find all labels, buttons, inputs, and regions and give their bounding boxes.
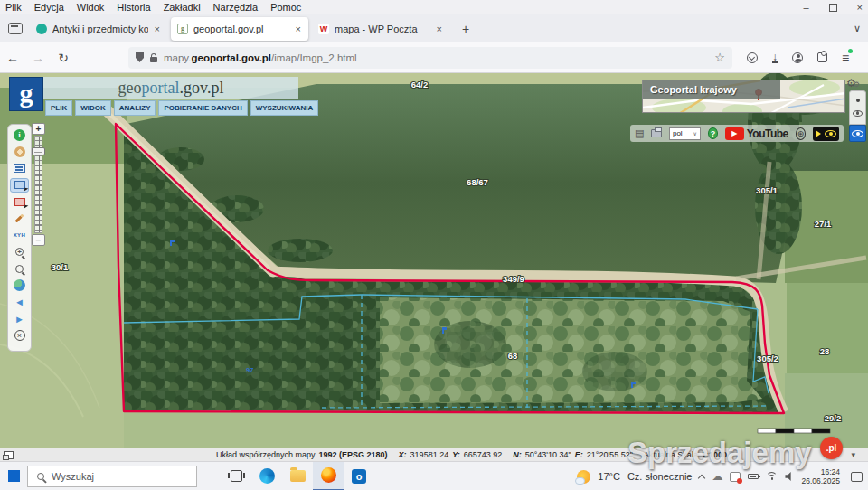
task-view-button[interactable] [221, 462, 251, 490]
zoom-out-tool-button[interactable]: − [10, 261, 29, 276]
tab-geoportal[interactable]: g geoportal.gov.pl × [171, 17, 308, 41]
coordinates-button[interactable]: XYH [10, 228, 29, 242]
globe-wheel-icon[interactable]: ⊛ [796, 127, 807, 140]
identify-tool-button[interactable] [10, 145, 29, 159]
window-maximize-button[interactable] [829, 4, 837, 12]
zoom-in-button[interactable]: + [32, 123, 45, 135]
visibility-toggle-button[interactable] [813, 127, 839, 141]
dot-icon[interactable] [856, 99, 860, 102]
menu-zakladki[interactable]: Zakładki [164, 2, 201, 13]
onedrive-icon[interactable]: ☁ [712, 471, 722, 482]
notification-center-icon[interactable] [851, 472, 863, 482]
weather-condition[interactable]: Cz. słonecznie [627, 471, 693, 482]
menu-edycja[interactable]: Edycja [34, 2, 64, 13]
statusbar-window-icon[interactable] [4, 451, 14, 459]
menu-wyszukiwania-button[interactable]: WYSZUKIWANIA [250, 100, 319, 116]
back-button[interactable]: ← [0, 51, 25, 65]
firefox-view-icon[interactable] [8, 23, 23, 34]
firefox-button[interactable] [313, 462, 344, 490]
print-icon[interactable] [651, 129, 662, 137]
forward-button[interactable]: → [25, 51, 51, 65]
outlook-button[interactable]: o [344, 462, 374, 490]
new-tab-button[interactable]: + [453, 22, 478, 36]
title-gov: .gov.pl [180, 79, 224, 98]
statusbar-dropdown-icon[interactable]: ▾ [851, 450, 855, 459]
info-tool-button[interactable]: i [10, 127, 29, 142]
parcel-label: 349/9 [503, 274, 524, 284]
parcel-label: 305/1 [756, 185, 778, 195]
battery-icon[interactable] [748, 474, 759, 479]
eye-small-icon[interactable] [853, 110, 863, 117]
menu-analizy-button[interactable]: ANALIZY [114, 100, 156, 116]
app-notification-icon[interactable] [730, 472, 741, 482]
account-icon[interactable] [792, 52, 803, 63]
arrow-right-icon: ► [14, 314, 24, 325]
zoom-slider-handle[interactable] [32, 147, 45, 155]
legend-icon[interactable]: ▤ [635, 127, 644, 139]
tab-wp-poczta[interactable]: W mapa - WP Poczta × [312, 17, 449, 41]
window-close-button[interactable]: × [857, 2, 863, 13]
pocket-icon[interactable] [747, 52, 758, 63]
bookmark-star-icon[interactable]: ☆ [714, 51, 725, 64]
menu-narzedzia[interactable]: Narzędzia [213, 2, 259, 13]
help-icon[interactable]: ? [708, 127, 718, 139]
list-all-tabs-icon[interactable]: ∨ [854, 23, 861, 34]
window-minimize-button[interactable]: – [803, 2, 808, 13]
start-button[interactable] [0, 462, 27, 490]
taskbar-clock[interactable]: 16:24 26.06.2025 [801, 467, 840, 485]
zoom-in-tool-button[interactable]: + [10, 245, 29, 259]
youtube-button[interactable]: ▶ YouTube [725, 127, 788, 140]
menu-plik[interactable]: Plik [5, 2, 22, 13]
file-explorer-button[interactable] [282, 462, 313, 490]
volume-icon[interactable] [785, 472, 794, 481]
url-text[interactable]: mapy.geoportal.gov.pl/imap/Imgp_2.html [164, 52, 708, 63]
select-area-button[interactable] [10, 178, 29, 193]
tracking-protection-shield-icon[interactable] [136, 52, 144, 62]
next-view-button[interactable]: ► [10, 312, 29, 326]
full-extent-button[interactable] [10, 278, 29, 293]
menu-pomoc[interactable]: Pomoc [270, 2, 301, 13]
menu-widok[interactable]: Widok [77, 2, 105, 13]
language-select[interactable]: pol∨ [669, 127, 701, 140]
reload-button[interactable]: ↻ [51, 51, 76, 65]
parcel-label: 64/2 [411, 80, 429, 90]
geoportal-logo[interactable]: g [9, 77, 43, 111]
wifi-icon[interactable] [766, 472, 778, 481]
downloads-icon[interactable]: ↓ [772, 52, 778, 63]
edge-button[interactable] [251, 462, 282, 490]
draw-measure-button[interactable] [10, 212, 29, 226]
crs-value: 1992 (EPSG 2180) [319, 450, 388, 459]
taskbar-search-input[interactable]: Wyszukaj [27, 466, 197, 487]
url-subdomain: mapy. [164, 52, 191, 63]
tab-antyki[interactable]: Antyki i przedmioty kolekcjone × [30, 17, 167, 41]
select-area-icon [14, 181, 25, 189]
language-value: pol [673, 129, 683, 137]
previous-view-button[interactable]: ◄ [10, 295, 29, 309]
menu-plik-button[interactable]: PLIK [45, 100, 72, 116]
attribute-table-button[interactable] [10, 161, 29, 175]
url-bar[interactable]: mapy.geoportal.gov.pl/imap/Imgp_2.html ☆ [128, 47, 732, 69]
weather-icon[interactable] [577, 470, 590, 484]
menu-pobieranie-button[interactable]: POBIERANIE DANYCH [158, 100, 247, 116]
e-value: 21°20'55.52" [587, 450, 633, 459]
chevron-down-icon: ∨ [693, 130, 697, 137]
close-tool-button[interactable]: × [10, 328, 29, 343]
overview-minimap[interactable]: Geoportal krajowy [642, 80, 845, 113]
layer-visibility-button[interactable] [849, 125, 866, 142]
menu-widok-button[interactable]: WIDOK [75, 100, 111, 116]
app-menu-icon[interactable]: ≡ [842, 51, 849, 65]
tab-close-icon[interactable]: × [154, 24, 161, 34]
tab-title: geoportal.gov.pl [193, 24, 289, 34]
hidden-icons-chevron[interactable] [698, 474, 705, 481]
tab-close-icon[interactable]: × [436, 24, 443, 34]
extensions-icon[interactable] [817, 52, 827, 62]
outlook-icon: o [352, 469, 366, 484]
tab-close-icon[interactable]: × [295, 24, 302, 34]
menu-historia[interactable]: Historia [117, 2, 150, 13]
settings-gears-icon[interactable]: ⚙⚙ [846, 78, 860, 90]
lock-icon[interactable] [150, 57, 157, 62]
minimap-title: Geoportal krajowy [643, 80, 780, 99]
temperature[interactable]: 17°C [598, 471, 620, 482]
zoom-out-button[interactable]: − [32, 234, 45, 246]
clear-selection-button[interactable] [10, 194, 29, 209]
